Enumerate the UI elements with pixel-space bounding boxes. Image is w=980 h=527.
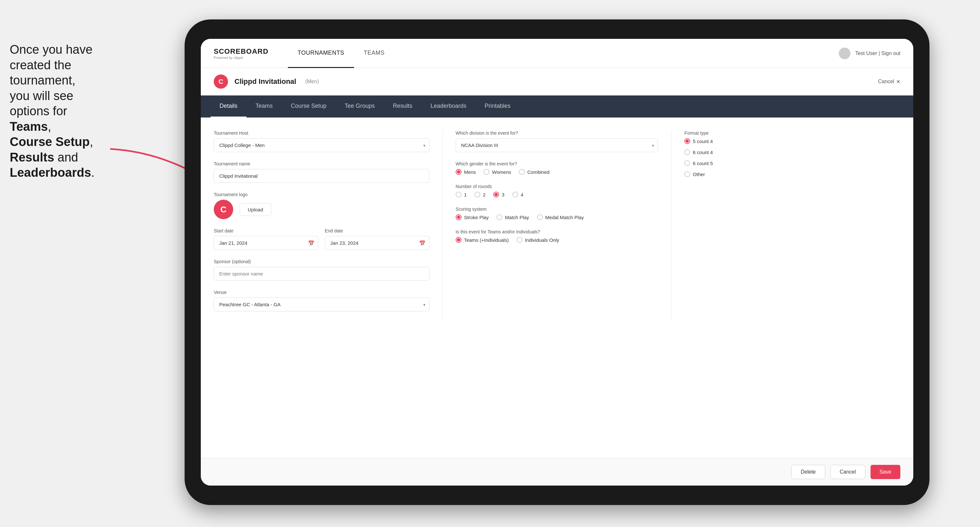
rounds-group: Number of rounds 1 2 xyxy=(456,184,659,197)
scoring-stroke-label: Stroke Play xyxy=(464,214,489,220)
avatar xyxy=(839,48,850,59)
nav-link-teams[interactable]: TEAMS xyxy=(354,39,395,68)
rounds-1[interactable]: 1 xyxy=(456,192,467,197)
start-date-input[interactable] xyxy=(214,236,318,250)
scoring-label: Scoring system xyxy=(456,206,659,212)
gender-combined[interactable]: Combined xyxy=(519,169,549,175)
sponsor-input[interactable] xyxy=(214,267,430,281)
nav-link-tournaments[interactable]: TOURNAMENTS xyxy=(288,39,354,68)
tournament-logo-group: Tournament logo C Upload xyxy=(214,192,430,219)
end-date-wrapper xyxy=(325,236,430,250)
teams-individuals-group: Is this event for Teams and/or Individua… xyxy=(456,229,659,243)
tab-bar: Details Teams Course Setup Tee Groups Re… xyxy=(201,95,913,117)
venue-select[interactable]: Peachtree GC - Atlanta - GA xyxy=(214,297,430,311)
tournament-name-group: Tournament name xyxy=(214,161,430,183)
format-6count5[interactable]: 6 count 5 xyxy=(684,160,900,166)
gender-womens-label: Womens xyxy=(492,169,511,175)
user-text[interactable]: Test User | Sign out xyxy=(855,51,900,56)
bold-leaderboards: Leaderboards xyxy=(10,166,91,179)
teams-individuals-label: Is this event for Teams and/or Individua… xyxy=(456,229,659,234)
scoring-stroke-play[interactable]: Stroke Play xyxy=(456,214,489,220)
rounds-4[interactable]: 4 xyxy=(512,192,523,197)
teams-plus-label: Teams (+Individuals) xyxy=(464,237,509,243)
scoring-match-label: Match Play xyxy=(505,214,529,220)
individuals-only-label: Individuals Only xyxy=(525,237,559,243)
tournament-name-input[interactable] xyxy=(214,169,430,183)
scoring-medal-circle xyxy=(537,214,543,220)
gender-radio-group: Mens Womens Combined xyxy=(456,169,659,175)
tab-printables[interactable]: Printables xyxy=(476,95,519,117)
format-5count4-circle xyxy=(684,138,690,144)
tournament-header-left: C Clippd Invitational (Men) xyxy=(214,75,319,89)
logo-preview: C xyxy=(214,200,233,219)
rounds-label: Number of rounds xyxy=(456,184,659,189)
main-content: Tournament Host Clippd College - Men Tou… xyxy=(201,117,913,458)
scoring-medal-match-play[interactable]: Medal Match Play xyxy=(537,214,584,220)
save-button[interactable]: Save xyxy=(870,465,900,479)
bold-course-setup: Course Setup xyxy=(10,135,90,149)
division-select[interactable]: NCAA Division III xyxy=(456,138,659,152)
end-date-group: End date xyxy=(325,228,430,250)
tablet-frame: SCOREBOARD Powered by clippd TOURNAMENTS… xyxy=(185,19,929,505)
individuals-only[interactable]: Individuals Only xyxy=(517,237,559,243)
rounds-4-label: 4 xyxy=(521,192,523,197)
end-date-label: End date xyxy=(325,228,430,233)
upload-button[interactable]: Upload xyxy=(240,203,271,216)
bottom-bar: Delete Cancel Save xyxy=(201,458,913,486)
tab-tee-groups[interactable]: Tee Groups xyxy=(336,95,384,117)
gender-combined-circle xyxy=(519,169,525,175)
logo-area: SCOREBOARD Powered by clippd xyxy=(214,47,269,60)
form-col-right: Format type 5 count 4 6 count 4 xyxy=(671,130,900,321)
gender-womens[interactable]: Womens xyxy=(484,169,511,175)
rounds-3[interactable]: 3 xyxy=(493,192,504,197)
teams-plus-individuals[interactable]: Teams (+Individuals) xyxy=(456,237,509,243)
cancel-top-icon: ✕ xyxy=(896,79,900,85)
tab-details[interactable]: Details xyxy=(210,95,247,117)
teams-plus-circle xyxy=(456,237,461,243)
gender-mens-label: Mens xyxy=(464,169,476,175)
start-date-group: Start date xyxy=(214,228,318,250)
delete-button[interactable]: Delete xyxy=(791,465,825,479)
cancel-top-label: Cancel xyxy=(878,79,894,84)
tab-results[interactable]: Results xyxy=(384,95,422,117)
division-label: Which division is the event for? xyxy=(456,130,659,136)
scoring-radio-group: Stroke Play Match Play Medal Match Play xyxy=(456,214,659,220)
rounds-1-label: 1 xyxy=(464,192,467,197)
logo-title: SCOREBOARD xyxy=(214,47,269,56)
tournament-host-select[interactable]: Clippd College - Men xyxy=(214,138,430,152)
gender-mens-circle xyxy=(456,169,461,175)
rounds-2[interactable]: 2 xyxy=(474,192,485,197)
top-nav: SCOREBOARD Powered by clippd TOURNAMENTS… xyxy=(201,39,913,68)
user-area: Test User | Sign out xyxy=(839,48,900,59)
tab-leaderboards[interactable]: Leaderboards xyxy=(422,95,476,117)
tab-course-setup[interactable]: Course Setup xyxy=(282,95,336,117)
cancel-button[interactable]: Cancel xyxy=(830,465,865,479)
scoring-medal-label: Medal Match Play xyxy=(546,214,584,220)
format-group: Format type 5 count 4 6 count 4 xyxy=(684,130,900,177)
tournament-title: Clippd Invitational xyxy=(234,77,296,86)
venue-group: Venue Peachtree GC - Atlanta - GA xyxy=(214,290,430,311)
tournament-header: C Clippd Invitational (Men) Cancel ✕ xyxy=(201,68,913,95)
rounds-radio-group: 1 2 3 4 xyxy=(456,192,659,197)
division-group: Which division is the event for? NCAA Di… xyxy=(456,130,659,152)
tab-teams[interactable]: Teams xyxy=(247,95,282,117)
rounds-3-circle xyxy=(493,192,499,197)
venue-label: Venue xyxy=(214,290,430,295)
format-5count4[interactable]: 5 count 4 xyxy=(684,138,900,144)
scoring-group: Scoring system Stroke Play Match Play xyxy=(456,206,659,220)
format-6count4[interactable]: 6 count 4 xyxy=(684,149,900,155)
gender-mens[interactable]: Mens xyxy=(456,169,476,175)
scoring-match-play[interactable]: Match Play xyxy=(496,214,529,220)
tournament-icon: C xyxy=(214,75,228,89)
format-other[interactable]: Other xyxy=(684,171,900,177)
format-5count4-label: 5 count 4 xyxy=(693,138,713,144)
format-radio-group: 5 count 4 6 count 4 6 count 5 xyxy=(684,138,900,177)
logo-subtitle: Powered by clippd xyxy=(214,56,269,60)
bold-teams: Teams xyxy=(10,120,48,133)
end-date-input[interactable] xyxy=(325,236,430,250)
format-6count5-label: 6 count 5 xyxy=(693,160,713,166)
cancel-top-button[interactable]: Cancel ✕ xyxy=(878,79,900,85)
format-6count5-circle xyxy=(684,160,690,166)
form-col-middle: Which division is the event for? NCAA Di… xyxy=(443,130,672,321)
format-6count4-label: 6 count 4 xyxy=(693,149,713,155)
